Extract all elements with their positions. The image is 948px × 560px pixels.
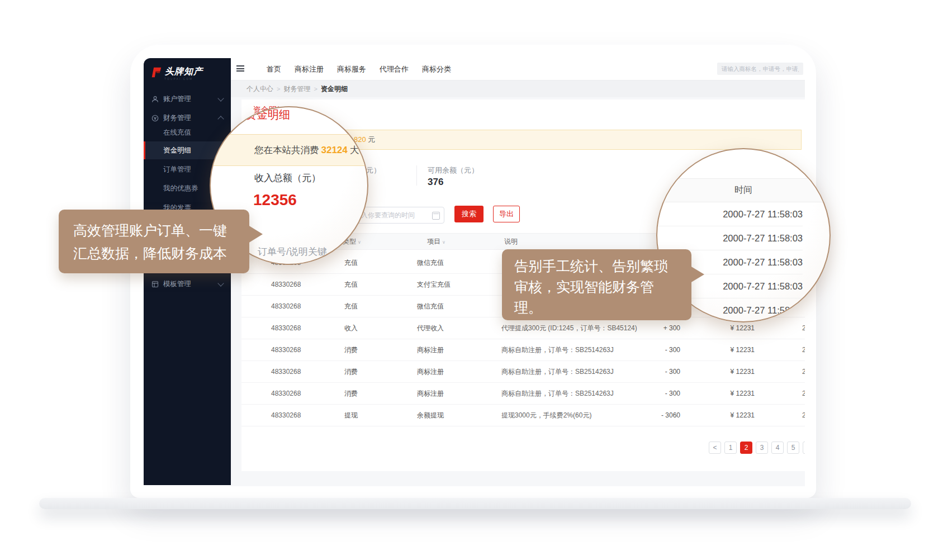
cell-balance: ¥ 12231 [731, 339, 755, 360]
table-row: 48330268 收入 代理收入 代理提成300元 (ID:1245，订单号：S… [241, 317, 805, 339]
cell-type: 收入 [344, 317, 358, 339]
cell-type: 充值 [344, 296, 358, 317]
cell-order-number: 48330268 [271, 361, 301, 382]
cell-order-number: 48330268 [271, 317, 301, 339]
cell-type: 消费 [344, 339, 358, 360]
cell-type: 充值 [344, 252, 358, 273]
search-input[interactable] [717, 63, 803, 75]
page-button[interactable]: < [709, 442, 721, 454]
sort-caret-icon: ∨ [442, 240, 445, 245]
breadcrumb-item[interactable]: 财务管理 [283, 84, 310, 94]
cell-amount: - 300 [665, 361, 680, 382]
nav-item[interactable]: 商标注册 [295, 64, 324, 74]
callout-text: 告别手工统计、告别繁琐 [514, 256, 691, 277]
income-total-label: 收入总额（元） [254, 172, 321, 184]
table-row: 48330268 消费 商标注册 商标自助注册，订单号：SB2514263J -… [241, 383, 805, 405]
hamburger-icon[interactable] [236, 65, 244, 72]
callout-text: 理。 [514, 297, 691, 318]
page-button[interactable]: 3 [756, 442, 768, 454]
page-button[interactable]: 5 [787, 442, 799, 454]
cell-time: 2000-7-27 11:58:03 [802, 405, 805, 426]
cell-amount: - 3060 [661, 405, 680, 426]
breadcrumb-item[interactable]: 个人中心 [247, 84, 273, 94]
column-header-project[interactable]: 项目∨ [427, 234, 445, 249]
cell-balance: ¥ 12231 [731, 383, 755, 404]
cell-description: 代理提成300元 (ID:1245，订单号：SB45124) [501, 317, 637, 339]
table-row: 48330268 消费 商标注册 商标自助注册，订单号：SB2514263J -… [241, 339, 805, 361]
chevron-down-icon [217, 95, 224, 101]
export-button[interactable]: 导出 [493, 206, 520, 222]
chevron-down-icon [217, 280, 224, 286]
cell-description: 商标自助注册，订单号：SB2514263J [501, 383, 614, 404]
breadcrumb-separator: > [277, 86, 280, 92]
page-button[interactable]: 4 [771, 442, 784, 454]
callout-right: 告别手工统计、告别繁琐 审核，实现智能财务管 理。 [502, 249, 691, 320]
breadcrumb-item-current: 资金明细 [321, 84, 348, 94]
cell-description: 商标自助注册，订单号：SB2514263J [501, 361, 614, 382]
cell-project: 商标注册 [417, 361, 444, 382]
callout-text: 审核，实现智能财务管 [514, 277, 691, 297]
cell-amount: + 300 [663, 317, 680, 339]
cell-amount: - 300 [665, 383, 680, 404]
callout-text: 高效管理账户订单、一键 [73, 219, 249, 242]
page-button[interactable]: 1 [724, 442, 737, 454]
available-balance-label: 可用余额（元） [428, 165, 478, 175]
template-icon [151, 280, 159, 288]
column-header-desc: 说明 [504, 234, 518, 249]
page-button[interactable]: 2 [740, 442, 752, 454]
income-total-value: 12356 [253, 191, 297, 209]
cell-type: 提现 [344, 405, 358, 426]
search-button[interactable]: 搜索 [454, 206, 484, 222]
sidebar-item-label: 模板管理 [163, 279, 191, 289]
cell-project: 商标注册 [417, 339, 444, 360]
stat-divider [416, 165, 417, 186]
page-button[interactable]: > [803, 442, 805, 454]
laptop-base [39, 498, 911, 509]
user-icon [151, 95, 159, 103]
cell-balance: ¥ 12231 [731, 361, 755, 382]
cell-project: 微信充值 [417, 252, 444, 273]
cell-time: 2000-7-27 11:58:03 [802, 383, 805, 404]
cell-project: 微信充值 [417, 296, 444, 317]
cell-order-number: 48330268 [271, 405, 301, 426]
time-column-header: 时间 [657, 178, 830, 202]
cell-project: 支付宝充值 [417, 274, 451, 295]
sidebar-item-recharge[interactable]: 在线充值 [144, 124, 231, 141]
callout-arrow [248, 225, 263, 243]
nav-item[interactable]: 代理合作 [380, 64, 409, 74]
breadcrumb: 个人中心 > 财务管理 > 资金明细 [231, 80, 805, 97]
cell-time: 2000-7-27 11:58:03 [802, 339, 805, 360]
cell-order-number: 48330268 [271, 274, 301, 295]
sidebar-item-account[interactable]: 账户管理 [144, 89, 231, 108]
logo-tagline: TOUPAI.COM [164, 77, 193, 80]
table-row: 48330268 提现 余额提现 提现3000元，手续费2%(60元) - 30… [241, 405, 805, 426]
cell-project: 余额提现 [417, 405, 444, 426]
sidebar-item-template[interactable]: 模板管理 [144, 274, 231, 293]
cell-description: 提现3000元，手续费2%(60元) [501, 405, 591, 426]
magnified-banner: 您在本站共消费32124 大 [210, 134, 368, 166]
cell-description: 商标自助注册，订单号：SB2514263J [501, 339, 614, 360]
nav-item[interactable]: 商标服务 [337, 64, 366, 74]
top-navbar: 首页商标注册商标服务代理合作商标分类 [231, 58, 805, 80]
magnified-column-header: 订单号/说明关键 [258, 245, 327, 258]
nav-item[interactable]: 首页 [267, 64, 281, 74]
time-value: 2000-7-27 11:58:03 [657, 226, 803, 250]
calendar-icon[interactable] [432, 212, 440, 220]
sidebar-item-label: 账户管理 [163, 94, 191, 104]
cell-type: 消费 [344, 361, 358, 382]
cell-balance: ¥ 12231 [731, 405, 755, 426]
pagination: <12345> [709, 442, 805, 454]
cell-time: 2000-7-27 11:58:03 [802, 317, 805, 339]
callout-arrow [690, 266, 704, 283]
laptop-mockup: 头牌知产 TOUPAI.COM 账户管理 财务管理 在线充值 资金明细 订单管理 [0, 0, 948, 560]
nav-menu: 首页商标注册商标服务代理合作商标分类 [267, 58, 451, 80]
cell-order-number: 48330268 [271, 296, 301, 317]
cell-type: 消费 [344, 383, 358, 404]
breadcrumb-separator: > [314, 86, 317, 92]
cell-project: 代理收入 [417, 317, 444, 339]
callout-text: 汇总数据，降低财务成本 [73, 242, 249, 265]
table-row: 48330268 消费 商标注册 商标自助注册，订单号：SB2514263J -… [241, 361, 805, 383]
available-balance-value: 376 [428, 177, 443, 188]
nav-item[interactable]: 商标分类 [422, 64, 451, 74]
logo-icon [150, 67, 162, 80]
